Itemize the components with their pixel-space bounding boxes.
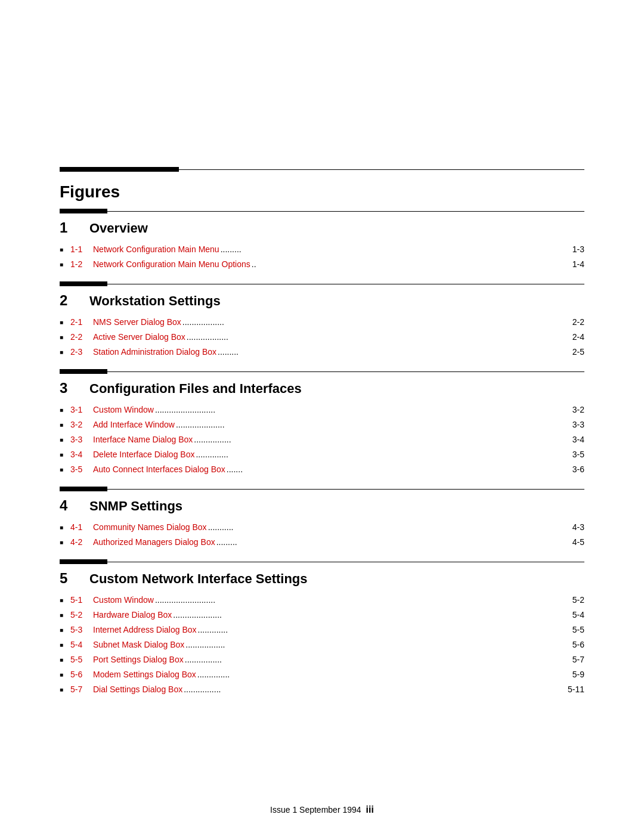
entry-number-2-2: 2-2	[70, 331, 93, 343]
entry-page-3-1: 3-2	[564, 404, 584, 416]
chapter-2-entries: ■ 2-1 NMS Server Dialog Box ............…	[60, 312, 584, 366]
entry-number-5-2: 5-2	[70, 609, 93, 621]
chapter-3-entries: ■ 3-1 Custom Window ....................…	[60, 400, 584, 483]
entry-number-4-1: 4-1	[70, 521, 93, 534]
entry-dots-3-2: .....................	[175, 419, 564, 431]
entry-dots-2-1: ..................	[181, 316, 564, 329]
entry-dots-2-2: ..................	[185, 331, 564, 343]
entry-number-2-3: 2-3	[70, 346, 93, 358]
entry-page-5-5: 5-7	[564, 654, 584, 666]
footer-page-number: iii	[366, 804, 374, 815]
chapter-4-section: 4 SNMP Settings ■ 4-1 Community Names Di…	[60, 491, 584, 556]
bullet-3-5: ■	[60, 465, 69, 474]
entry-number-4-2: 4-2	[70, 536, 93, 549]
page-title: Figures	[60, 182, 584, 202]
chapter-thick-bar	[60, 369, 107, 374]
entry-page-5-2: 5-4	[564, 609, 584, 621]
entry-number-3-3: 3-3	[70, 433, 93, 446]
chapter-thick-bar	[60, 559, 107, 564]
entry-number-5-7: 5-7	[70, 683, 93, 696]
chapter-4-divider	[60, 487, 584, 491]
entry-page-2-2: 2-4	[564, 331, 584, 343]
bullet-2-1: ■	[60, 318, 69, 327]
chapter-3-divider	[60, 369, 584, 374]
chapter-4-entries: ■ 4-1 Community Names Dialog Box .......…	[60, 518, 584, 556]
entry-title-5-5: Port Settings Dialog Box	[93, 654, 184, 666]
entry-number-5-3: 5-3	[70, 624, 93, 636]
toc-entry-2-2: ■ 2-2 Active Server Dialog Box .........…	[60, 330, 584, 345]
bullet-5-3: ■	[60, 625, 69, 634]
bullet-3-3: ■	[60, 435, 69, 444]
chapter-2-section: 2 Workstation Settings ■ 2-1 NMS Server …	[60, 286, 584, 366]
entry-dots-3-4: ..............	[194, 448, 564, 461]
entry-page-3-5: 3-6	[564, 463, 584, 476]
bullet-3-4: ■	[60, 450, 69, 459]
toc-entry-4-1: ■ 4-1 Community Names Dialog Box .......…	[60, 520, 584, 535]
chapter-3-heading: 3 Configuration Files and Interfaces	[60, 374, 584, 400]
chapter-number-1: 1	[60, 219, 89, 236]
entry-title-3-4: Delete Interface Dialog Box	[93, 448, 194, 461]
thick-bar-left	[60, 167, 179, 172]
entry-number-1-2: 1-2	[70, 258, 93, 271]
chapter-thin-line	[107, 371, 584, 372]
entry-title-5-1: Custom Window	[93, 594, 154, 606]
chapter-thin-line	[107, 562, 584, 562]
bullet-5-4: ■	[60, 640, 69, 649]
chapter-title-3: Configuration Files and Interfaces	[89, 381, 302, 397]
toc-entry-5-6: ■ 5-6 Modem Settings Dialog Box ........…	[60, 667, 584, 682]
bullet-5-6: ■	[60, 670, 69, 679]
entry-page-4-2: 4-5	[564, 536, 584, 549]
entry-title-5-2: Hardware Dialog Box	[93, 609, 172, 621]
entry-number-3-2: 3-2	[70, 419, 93, 431]
gap-after-5	[0, 703, 644, 707]
bullet-4-1: ■	[60, 523, 69, 532]
toc-entry-5-7: ■ 5-7 Dial Settings Dialog Box .........…	[60, 682, 584, 697]
entry-page-5-6: 5-9	[564, 668, 584, 681]
entry-page-2-3: 2-5	[564, 346, 584, 358]
toc-entry-5-4: ■ 5-4 Subnet Mask Dialog Box ...........…	[60, 637, 584, 652]
entry-page-5-1: 5-2	[564, 594, 584, 606]
toc-entry-3-1: ■ 3-1 Custom Window ....................…	[60, 402, 584, 417]
chapter-5-heading: 5 Custom Network Interface Settings	[60, 564, 584, 590]
bullet-3-1: ■	[60, 405, 69, 414]
top-spacer	[0, 0, 644, 167]
entry-dots-3-5: .......	[225, 463, 564, 476]
entry-dots-4-1: ...........	[207, 521, 564, 534]
entry-dots-5-7: ................	[182, 683, 564, 696]
entry-title-1-2: Network Configuration Main Menu Options	[93, 258, 250, 271]
page-container: Figures 1 Overview ■ 1-1 Network Configu…	[0, 0, 644, 833]
entry-page-3-2: 3-3	[564, 419, 584, 431]
entry-dots-5-1: ..........................	[154, 594, 564, 606]
figures-divider	[60, 167, 584, 172]
chapter-2-divider	[60, 281, 584, 286]
chapter-title-2: Workstation Settings	[89, 293, 221, 309]
entry-page-5-4: 5-6	[564, 639, 584, 651]
entry-number-3-5: 3-5	[70, 463, 93, 476]
toc-entry-1-1: ■ 1-1 Network Configuration Main Menu ..…	[60, 242, 584, 257]
bullet-5-5: ■	[60, 655, 69, 664]
entry-dots-1-1: .........	[219, 243, 564, 256]
toc-entry-5-5: ■ 5-5 Port Settings Dialog Box .........…	[60, 652, 584, 667]
chapter-thick-bar	[60, 281, 107, 286]
entry-page-5-3: 5-5	[564, 624, 584, 636]
chapter-title-5: Custom Network Interface Settings	[89, 571, 308, 587]
entry-page-1-1: 1-3	[564, 243, 584, 256]
entry-dots-5-3: .............	[197, 624, 564, 636]
bullet-1-2: ■	[60, 260, 69, 269]
bullet-5-7: ■	[60, 685, 69, 694]
chapter-1-section: 1 Overview ■ 1-1 Network Configuration M…	[60, 213, 584, 278]
entry-number-3-1: 3-1	[70, 404, 93, 416]
chapter-number-2: 2	[60, 292, 89, 309]
entry-number-5-6: 5-6	[70, 668, 93, 681]
entry-number-3-4: 3-4	[70, 448, 93, 461]
footer: Issue 1 September 1994 iii	[0, 804, 644, 815]
entry-number-5-4: 5-4	[70, 639, 93, 651]
entry-title-3-5: Auto Connect Interfaces Dialog Box	[93, 463, 225, 476]
entry-title-2-1: NMS Server Dialog Box	[93, 316, 181, 329]
chapter-number-3: 3	[60, 380, 89, 397]
bullet-1-1: ■	[60, 245, 69, 254]
entry-page-3-4: 3-5	[564, 448, 584, 461]
toc-entry-5-3: ■ 5-3 Internet Address Dialog Box ......…	[60, 623, 584, 637]
entry-dots-1-2: ..	[250, 258, 564, 271]
chapter-1-entries: ■ 1-1 Network Configuration Main Menu ..…	[60, 240, 584, 278]
